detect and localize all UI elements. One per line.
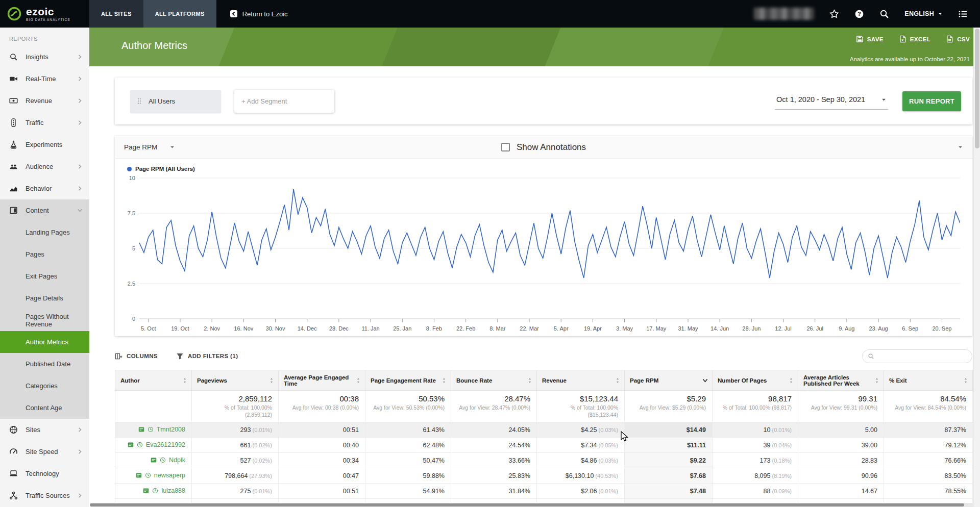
x-axis-tick-label: 25. Jan xyxy=(393,325,411,332)
sidebar-item-categories[interactable]: Categories xyxy=(0,375,89,397)
metric-cell: 275(0.01%) xyxy=(192,484,279,499)
search-icon xyxy=(9,53,18,61)
sidebar-item-real-time[interactable]: Real-Time xyxy=(0,68,89,90)
column-header-pageviews[interactable]: Pageviews xyxy=(192,370,279,391)
drag-handle-icon xyxy=(136,97,142,105)
x-axis-tick-label: 11. Jan xyxy=(361,325,379,332)
sidebar-item-landing-pages[interactable]: Landing Pages xyxy=(0,221,89,243)
save-button[interactable]: SAVE xyxy=(856,35,884,43)
column-header-label: % Exit xyxy=(889,377,907,384)
traffic-light-icon xyxy=(9,118,18,127)
search-icon[interactable] xyxy=(879,9,889,19)
date-range-selector[interactable]: Oct 1, 2020 - Sep 30, 2021 xyxy=(775,92,888,110)
sidebar-item-author-metrics[interactable]: Author Metrics xyxy=(0,331,89,353)
article-icon xyxy=(143,488,149,494)
author-name: luiza888 xyxy=(161,487,185,494)
column-header-exit[interactable]: % Exit xyxy=(884,370,973,391)
vertical-scrollbar xyxy=(973,28,980,507)
csv-button[interactable]: CSV xyxy=(946,35,970,43)
chevron-right-icon xyxy=(77,163,83,170)
column-header-bounce-rate[interactable]: Bounce Rate xyxy=(451,370,537,391)
account-name-redacted[interactable] xyxy=(754,8,814,20)
author-link[interactable]: luiza888 xyxy=(143,487,185,494)
column-header-number-of-pages[interactable]: Number Of Pages xyxy=(713,370,798,391)
camera-icon xyxy=(9,74,18,83)
menu-list-icon[interactable] xyxy=(958,9,968,19)
author-link[interactable]: Eva26121992 xyxy=(128,441,185,448)
sidebar-item-sites[interactable]: Sites xyxy=(0,419,89,441)
return-icon xyxy=(230,10,238,18)
sidebar-item-label: Page Details xyxy=(26,294,63,302)
sort-both-icon xyxy=(615,377,621,384)
chevron-right-icon xyxy=(77,185,83,192)
chevron-down-icon xyxy=(77,207,83,214)
column-header-page-engagement-rate[interactable]: Page Engagement Rate xyxy=(365,370,451,391)
help-icon[interactable]: ? xyxy=(854,9,864,19)
excel-button[interactable]: xEXCEL xyxy=(899,35,930,43)
metric-cell: 50.47% xyxy=(365,453,451,468)
article-icon xyxy=(128,442,134,448)
star-icon[interactable] xyxy=(829,9,839,19)
metric-cell: 61.43% xyxy=(365,422,451,438)
metric-cell: 14.67 xyxy=(798,484,884,499)
column-header-average-page-engaged-time[interactable]: Average Page Engaged Time xyxy=(279,370,365,391)
totals-cell: 84.54%Avg for View: 84.54% (0.00%) xyxy=(884,391,973,422)
columns-button[interactable]: COLUMNS xyxy=(115,352,158,360)
sidebar-item-label: Pages Without Revenue xyxy=(26,313,83,328)
traffic-light-icon xyxy=(9,118,18,127)
chart-plot xyxy=(139,174,960,323)
metric-cell: 00:51 xyxy=(279,422,365,438)
x-axis-tick-label: 12. Jul xyxy=(775,325,791,332)
sidebar-item-page-details[interactable]: Page Details xyxy=(0,287,89,309)
show-annotations-checkbox[interactable] xyxy=(501,143,510,151)
horizontal-scrollbar-thumb[interactable] xyxy=(90,503,964,506)
return-to-ezoic-button[interactable]: Return to Ezoic xyxy=(216,0,301,28)
column-header-revenue[interactable]: Revenue xyxy=(537,370,625,391)
sidebar-item-insights[interactable]: Insights xyxy=(0,46,89,68)
sidebar-item-traffic[interactable]: Traffic xyxy=(0,112,89,134)
flask-icon xyxy=(9,140,18,149)
column-header-author[interactable]: Author xyxy=(115,370,192,391)
sidebar-item-behavior[interactable]: Behavior xyxy=(0,178,89,199)
totals-cell: 00:38Avg for View: 00:38 (0.00%) xyxy=(279,391,365,422)
analytics-availability-note: Analytics are available up to October 22… xyxy=(850,56,970,62)
add-segment-input[interactable]: + Add Segment xyxy=(234,90,334,113)
topbar-right: ? ENGLISH xyxy=(754,0,980,28)
x-axis-tick-label: 6. Sep xyxy=(902,325,918,332)
segment-chip-all-users[interactable]: All Users xyxy=(130,90,221,113)
column-header-label: Number Of Pages xyxy=(718,377,767,384)
totals-cell: 99.31Avg for View: 99.31 (0.00%) xyxy=(798,391,884,422)
author-link[interactable]: Tmnt2008 xyxy=(138,426,185,433)
sidebar-item-label: Traffic Sources xyxy=(26,492,70,499)
add-filters-button[interactable]: ADD FILTERS (1) xyxy=(176,352,238,360)
metric-selector[interactable]: Page RPM xyxy=(124,143,175,151)
tab-all-platforms[interactable]: ALL PLATFORMS xyxy=(143,0,216,28)
tab-all-sites[interactable]: ALL SITES xyxy=(89,0,143,28)
table-row-newsaperp: newsaperp798,664(27.93%)00:4759.88%25.83… xyxy=(115,468,973,484)
chart-collapse-caret-icon[interactable] xyxy=(958,144,963,150)
sidebar-item-technology[interactable]: Technology xyxy=(0,463,89,485)
sidebar-item-pages[interactable]: Pages xyxy=(0,243,89,265)
sidebar-item-content-age[interactable]: Content Age xyxy=(0,397,89,419)
sidebar-item-published-date[interactable]: Published Date xyxy=(0,353,89,375)
metric-cell: $7.34(0.05%) xyxy=(537,438,625,453)
sidebar-item-revenue[interactable]: Revenue xyxy=(0,90,89,112)
sidebar-item-exit-pages[interactable]: Exit Pages xyxy=(0,265,89,287)
sidebar-item-traffic-sources[interactable]: Traffic Sources xyxy=(0,485,89,506)
table-search-input[interactable] xyxy=(862,349,972,363)
article-icon xyxy=(136,472,142,478)
sidebar-item-content[interactable]: Content xyxy=(0,199,89,221)
sidebar-item-site-speed[interactable]: Site Speed xyxy=(0,441,89,463)
x-axis-tick-label: 2. Nov xyxy=(204,325,220,332)
author-link[interactable]: Ndplk xyxy=(151,457,185,464)
x-axis-tick-label: 5. Oct xyxy=(141,325,156,332)
column-header-page-rpm[interactable]: Page RPM xyxy=(625,370,713,391)
sidebar-item-pages-without-revenue[interactable]: Pages Without Revenue xyxy=(0,309,89,331)
sidebar-item-audience[interactable]: Audience xyxy=(0,156,89,178)
run-report-button[interactable]: RUN REPORT xyxy=(902,91,961,111)
sidebar-item-experiments[interactable]: Experiments xyxy=(0,134,89,156)
vertical-scrollbar-thumb[interactable] xyxy=(975,29,979,148)
language-selector[interactable]: ENGLISH xyxy=(904,10,943,17)
column-header-average-articles-published-per-week[interactable]: Average Articles Published Per Week xyxy=(798,370,884,391)
author-link[interactable]: newsaperp xyxy=(136,472,185,479)
